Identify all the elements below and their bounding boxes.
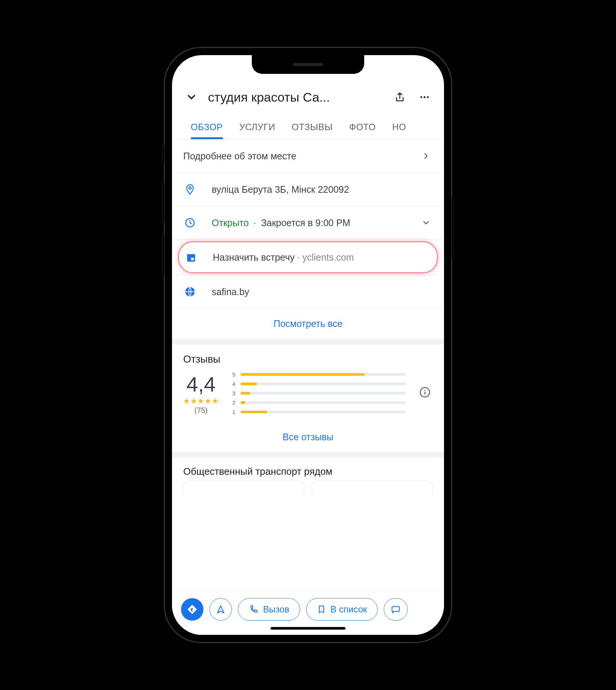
reviews-summary: 4,4 ★★★★★★ (75) 5 4 3 2 1 bbox=[172, 369, 444, 422]
website-row[interactable]: safina.by bbox=[172, 275, 444, 309]
chevron-right-icon bbox=[419, 149, 433, 163]
tabs: ОБЗОР УСЛУГИ ОТЗЫВЫ ФОТО НО bbox=[172, 111, 444, 140]
open-status: Открыто bbox=[212, 218, 249, 228]
rating-column: 4,4 ★★★★★★ (75) bbox=[183, 372, 219, 415]
expand-hours-icon[interactable] bbox=[419, 216, 433, 230]
transit-card[interactable] bbox=[312, 480, 433, 495]
calendar-icon bbox=[184, 250, 198, 264]
svg-rect-11 bbox=[425, 392, 426, 394]
chevron-down-icon bbox=[185, 91, 197, 103]
appointment-label: Назначить встречу bbox=[213, 252, 295, 262]
appointment-text: Назначить встречу · yclients.com bbox=[213, 252, 432, 263]
bookmark-icon bbox=[317, 605, 326, 614]
about-row[interactable]: Подробнее об этом месте bbox=[172, 140, 444, 173]
reviews-info-button[interactable] bbox=[419, 387, 433, 400]
bar-2 bbox=[241, 401, 245, 404]
view-all-link[interactable]: Посмотреть все bbox=[172, 309, 444, 339]
svg-rect-7 bbox=[191, 258, 194, 260]
about-label: Подробнее об этом месте bbox=[183, 151, 404, 162]
reviews-title: Отзывы bbox=[172, 345, 444, 369]
call-button[interactable]: Вызов bbox=[238, 598, 300, 621]
svg-point-1 bbox=[424, 96, 426, 98]
svg-point-3 bbox=[189, 187, 191, 189]
closes-text: Закроется в 9:00 PM bbox=[261, 218, 350, 228]
transit-title: Общественный транспорт рядом bbox=[172, 458, 444, 480]
all-reviews-link[interactable]: Все отзывы bbox=[172, 422, 444, 452]
address-text: вуліца Берута 3Б, Мінск 220092 bbox=[212, 184, 433, 195]
header: студия красоты Са... bbox=[172, 78, 444, 111]
save-label: В список bbox=[330, 604, 367, 615]
appointment-row[interactable]: Назначить встречу · yclients.com bbox=[179, 242, 437, 272]
home-indicator[interactable] bbox=[271, 627, 345, 630]
chat-icon bbox=[391, 604, 401, 614]
more-horizontal-icon bbox=[419, 92, 430, 103]
save-button[interactable]: В список bbox=[306, 598, 378, 621]
clock-icon bbox=[183, 216, 197, 230]
hours-row[interactable]: Открыто · Закроется в 9:00 PM bbox=[172, 206, 444, 240]
collapse-button[interactable] bbox=[183, 89, 200, 105]
website-text: safina.by bbox=[212, 286, 433, 297]
directions-icon bbox=[187, 604, 198, 615]
tab-news[interactable]: НО bbox=[384, 118, 414, 139]
svg-point-0 bbox=[420, 96, 422, 98]
directions-button[interactable] bbox=[181, 598, 203, 621]
transit-card[interactable] bbox=[183, 480, 304, 495]
section-divider-2 bbox=[172, 452, 444, 458]
svg-point-2 bbox=[427, 96, 429, 98]
tab-overview[interactable]: ОБЗОР bbox=[182, 118, 231, 139]
message-button[interactable] bbox=[384, 598, 408, 621]
appointment-highlight: Назначить встречу · yclients.com bbox=[178, 241, 438, 273]
tab-services[interactable]: УСЛУГИ bbox=[231, 118, 284, 139]
phone-icon bbox=[249, 604, 259, 614]
share-icon bbox=[394, 92, 405, 103]
bar-5 bbox=[241, 373, 365, 376]
start-navigation-button[interactable] bbox=[209, 598, 232, 621]
place-title: студия красоты Са... bbox=[208, 90, 383, 105]
appointment-provider: yclients.com bbox=[302, 252, 354, 262]
svg-rect-12 bbox=[392, 606, 400, 611]
svg-rect-6 bbox=[187, 254, 195, 256]
globe-icon bbox=[183, 285, 197, 298]
tab-reviews[interactable]: ОТЗЫВЫ bbox=[284, 118, 341, 139]
rating-stars: ★★★★★★ bbox=[183, 396, 219, 405]
navigation-icon bbox=[216, 604, 226, 614]
hours-text: Открыто · Закроется в 9:00 PM bbox=[212, 218, 404, 228]
bar-4 bbox=[241, 382, 257, 385]
rating-bars: 5 4 3 2 1 bbox=[232, 371, 406, 415]
phone-notch bbox=[252, 55, 364, 74]
call-label: Вызов bbox=[263, 604, 289, 615]
rating-value: 4,4 bbox=[187, 372, 216, 396]
address-row[interactable]: вуліца Берута 3Б, Мінск 220092 bbox=[172, 173, 444, 206]
location-pin-icon bbox=[183, 183, 197, 196]
section-divider bbox=[172, 339, 444, 345]
bar-1 bbox=[241, 411, 267, 413]
bar-3 bbox=[241, 392, 250, 394]
tab-photos[interactable]: ФОТО bbox=[341, 118, 384, 139]
more-button[interactable] bbox=[416, 89, 433, 105]
svg-point-10 bbox=[424, 390, 425, 391]
rating-count: (75) bbox=[194, 406, 208, 415]
share-button[interactable] bbox=[392, 89, 408, 105]
info-icon bbox=[419, 387, 431, 398]
